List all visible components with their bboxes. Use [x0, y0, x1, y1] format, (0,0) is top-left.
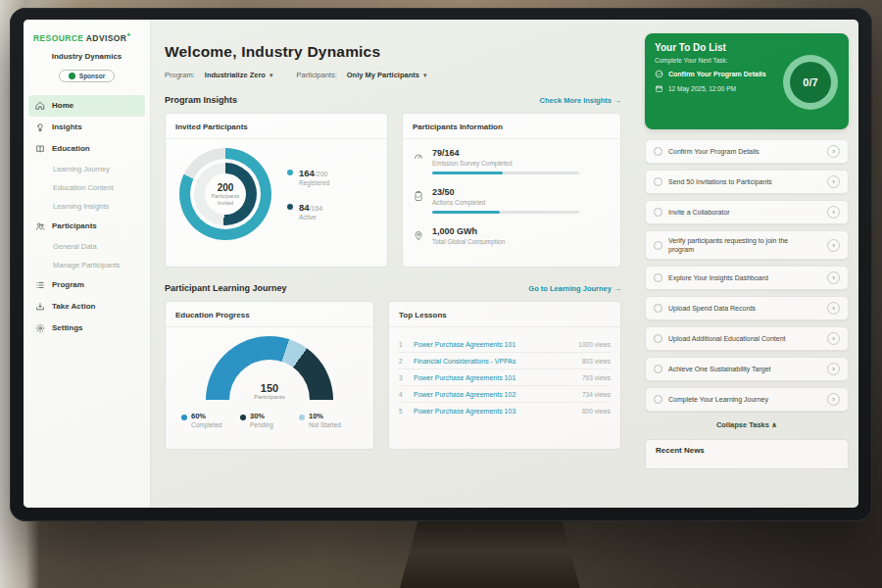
task-item[interactable]: Upload Additional Educational Content›	[645, 326, 849, 351]
legend-active: 84/164 Active	[287, 202, 329, 220]
chevron-right-icon[interactable]: ›	[827, 393, 840, 406]
task-checkbox[interactable]	[654, 395, 662, 404]
chevron-right-icon[interactable]: ›	[827, 239, 840, 252]
task-item[interactable]: Complete Your Learning Journey›	[645, 387, 849, 412]
task-item[interactable]: Upload Spend Data Records›	[645, 296, 849, 320]
sidebar-item-take-action[interactable]: Take Action	[24, 296, 150, 318]
lesson-link[interactable]: Power Purchase Agreements 103	[414, 408, 575, 415]
task-item[interactable]: Verify participants requesting to join t…	[645, 230, 849, 260]
sidebar: RESOURCE ADVISOR+ Industry Dynamics Spon…	[24, 20, 151, 508]
dark-dot-icon	[240, 415, 246, 420]
participants-select[interactable]: Only My Participants ▾	[347, 71, 427, 79]
sidebar-item-settings[interactable]: Settings	[24, 318, 150, 339]
participants-information-card: Participants Information 79/164 Emission…	[402, 113, 621, 268]
lesson-row: 1 Power Purchase Agreements 101 1000 vie…	[399, 336, 611, 353]
lesson-link[interactable]: Power Purchase Agreements 102	[414, 391, 575, 398]
logo-resource: RESOURCE	[33, 33, 83, 43]
invited-participants-card: Invited Participants 200 Participants In…	[165, 113, 388, 268]
clipboard-check-icon	[413, 188, 424, 200]
go-to-learning-journey-link[interactable]: Go to Learning Journey →	[528, 284, 621, 293]
task-item[interactable]: Confirm Your Program Details›	[645, 139, 849, 164]
blue-dot-icon	[181, 415, 187, 420]
filter-bar: Program: Industrialize Zero ▾ Participan…	[165, 71, 621, 79]
check-more-insights-link[interactable]: Check More Insights →	[540, 96, 621, 105]
lesson-link[interactable]: Power Purchase Agreements 101	[414, 341, 571, 348]
sidebar-item-education[interactable]: Education	[24, 138, 150, 160]
sidebar-item-program[interactable]: Program	[24, 274, 150, 296]
task-item[interactable]: Achieve One Sustainability Target›	[645, 357, 849, 381]
chevron-right-icon[interactable]: ›	[827, 145, 840, 158]
chevron-up-icon: ∧	[771, 420, 777, 429]
card-title: Top Lessons	[399, 311, 611, 319]
card-title: Participants Information	[413, 122, 611, 131]
invited-center-label: Participants Invited	[207, 193, 244, 206]
lesson-row: 3 Power Purchase Agreements 101 793 view…	[399, 369, 611, 386]
sidebar-item-manage-participants[interactable]: Manage Participants	[24, 256, 150, 274]
logo-advisor: ADVISOR	[86, 33, 127, 43]
card-title: Invited Participants	[175, 122, 377, 131]
gauge-center-value: 150	[206, 382, 333, 394]
task-checkbox[interactable]	[654, 147, 662, 156]
program-select[interactable]: Industrialize Zero ▾	[205, 71, 273, 79]
chevron-down-icon: ▾	[270, 72, 273, 79]
task-checkbox[interactable]	[654, 241, 662, 250]
gauge-center-label: Participants	[206, 394, 333, 400]
monitor-bezel: RESOURCE ADVISOR+ Industry Dynamics Spon…	[10, 8, 872, 521]
sidebar-item-insights[interactable]: Insights	[24, 117, 150, 138]
todo-title: Your To Do List	[655, 42, 839, 53]
legend-registered: 164/200 Registered	[287, 168, 329, 186]
sidebar-item-home[interactable]: Home	[28, 95, 145, 117]
task-checkbox[interactable]	[654, 273, 662, 282]
invited-center-value: 200	[207, 182, 244, 193]
page-title: Welcome, Industry Dynamics	[165, 43, 621, 61]
book-icon	[35, 144, 45, 154]
chevron-right-icon[interactable]: ›	[827, 302, 840, 315]
education-gauge-chart: 150 Participants	[206, 336, 333, 400]
gear-icon	[35, 323, 45, 333]
chevron-right-icon[interactable]: ›	[827, 363, 840, 375]
stat-actions-completed: 23/50 Actions Completed	[413, 187, 611, 214]
sidebar-item-education-content[interactable]: Education Content	[24, 178, 150, 197]
task-item[interactable]: Explore Your Insights Dashboard›	[645, 266, 849, 290]
chevron-right-icon[interactable]: ›	[827, 332, 840, 345]
app-logo: RESOURCE ADVISOR+	[24, 31, 150, 43]
todo-panel: Your To Do List Complete Your Next Task:…	[635, 20, 858, 508]
meter-icon	[413, 149, 424, 161]
lesson-link[interactable]: Power Purchase Agreements 101	[414, 374, 575, 381]
chevron-right-icon[interactable]: ›	[827, 206, 840, 219]
sidebar-nav: Home Insights Education Learning Journey…	[24, 95, 150, 339]
sponsor-icon	[69, 73, 75, 79]
top-lessons-card: Top Lessons 1 Power Purchase Agreements …	[388, 301, 621, 450]
todo-summary-card: Your To Do List Complete Your Next Task:…	[645, 33, 849, 129]
action-box-icon	[35, 302, 45, 312]
collapse-tasks-button[interactable]: Collapse Tasks ∧	[645, 420, 849, 429]
task-checkbox[interactable]	[654, 334, 662, 343]
lesson-link[interactable]: Financial Considerations - VPPAs	[414, 358, 575, 365]
calendar-icon	[655, 84, 663, 93]
task-checkbox[interactable]	[654, 304, 662, 313]
chevron-right-icon[interactable]: ›	[827, 175, 840, 188]
task-item[interactable]: Invite a Collaborator›	[645, 200, 849, 224]
lesson-row: 4 Power Purchase Agreements 102 734 view…	[399, 386, 611, 403]
todo-progress-value: 0/7	[803, 76, 817, 88]
recent-news-header: Recent News	[645, 439, 849, 469]
program-filter-label: Program:	[165, 71, 195, 79]
light-dot-icon	[299, 415, 305, 420]
todo-due-date: 12 May 2025, 12:00 PM	[655, 84, 787, 93]
home-icon	[35, 101, 45, 111]
task-checkbox[interactable]	[654, 365, 662, 373]
sidebar-item-learning-journey[interactable]: Learning Journey	[24, 160, 150, 178]
task-list: Confirm Your Program Details› Send 50 In…	[645, 139, 849, 412]
monitor-screen: RESOURCE ADVISOR+ Industry Dynamics Spon…	[24, 20, 858, 508]
logo-plus: +	[126, 31, 131, 38]
monitor-stand	[400, 521, 580, 588]
sidebar-item-general-data[interactable]: General Data	[24, 237, 150, 256]
sidebar-item-participants[interactable]: Participants	[24, 216, 150, 237]
chevron-right-icon[interactable]: ›	[827, 271, 840, 284]
sidebar-item-learning-insights[interactable]: Learning Insights	[24, 197, 150, 216]
org-name: Industry Dynamics	[24, 52, 150, 61]
task-item[interactable]: Send 50 Invitations to Participants›	[645, 170, 849, 194]
people-icon	[35, 221, 45, 231]
task-checkbox[interactable]	[654, 208, 662, 217]
task-checkbox[interactable]	[654, 177, 662, 186]
